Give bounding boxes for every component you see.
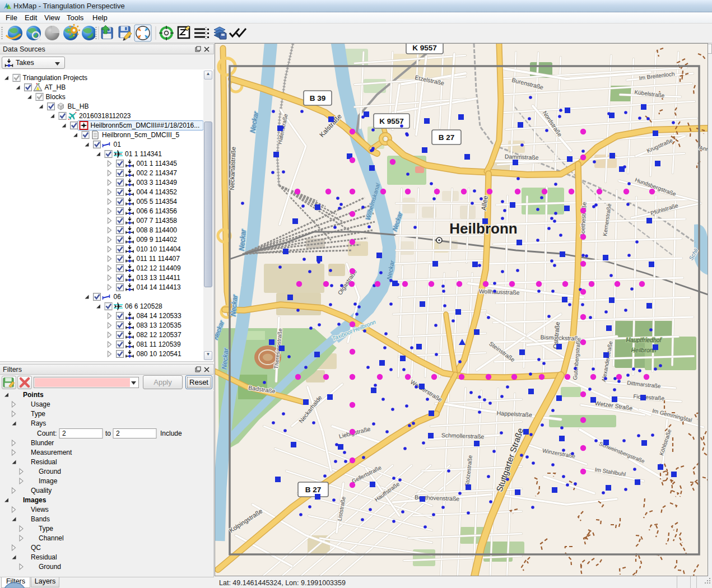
svg-text:082 12 120537: 082 12 120537 [137, 331, 182, 339]
svg-text:009 9 114402: 009 9 114402 [137, 236, 178, 244]
svg-text:Usage: Usage [31, 400, 50, 408]
svg-text:Ground: Ground [39, 563, 61, 571]
svg-text:Type: Type [31, 410, 45, 418]
svg-text:Wollhausstraße: Wollhausstraße [479, 288, 520, 296]
svg-text:005 5 114354: 005 5 114354 [137, 198, 178, 206]
svg-text:001 1 114345: 001 1 114345 [137, 160, 178, 167]
svg-text:Include: Include [160, 430, 182, 437]
svg-text:Measurement: Measurement [31, 449, 72, 456]
svg-text:Ground: Ground [39, 468, 61, 475]
svg-text:Heilbronn_5cm_DMCIII_5: Heilbronn_5cm_DMCIII_5 [102, 131, 179, 139]
svg-text:Images: Images [23, 496, 46, 504]
svg-text:K 9557: K 9557 [412, 44, 437, 52]
svg-text:AT_HB: AT_HB [45, 83, 66, 91]
svg-text:Hauptfriedhof: Hauptfriedhof [626, 337, 662, 343]
svg-text:Blunder: Blunder [31, 439, 54, 447]
svg-text:2: 2 [116, 430, 120, 437]
svg-text:Image: Image [39, 477, 58, 485]
svg-text:011 11 114407: 011 11 114407 [137, 255, 180, 263]
svg-text:06: 06 [114, 293, 122, 301]
svg-text:007 7 114358: 007 7 114358 [137, 217, 178, 225]
svg-text:B 27: B 27 [305, 486, 322, 494]
svg-text:B 39: B 39 [310, 94, 326, 102]
svg-text:014 14 114413: 014 14 114413 [137, 283, 182, 291]
svg-text:Heilbronn5cm_DMCIII##1/18/2016: Heilbronn5cm_DMCIII##1/18/2016... [91, 122, 200, 129]
svg-text:01: 01 [114, 141, 122, 148]
svg-text:010 10 114404: 010 10 114404 [137, 245, 182, 253]
svg-text:BL_HB: BL_HB [68, 102, 89, 110]
svg-text:Quality: Quality [31, 487, 52, 494]
svg-text:081 11 120539: 081 11 120539 [137, 340, 182, 348]
svg-text:Heilbronn: Heilbronn [631, 347, 657, 353]
svg-text:Dammstraße: Dammstraße [505, 153, 539, 161]
svg-text:012 12 114409: 012 12 114409 [137, 264, 182, 272]
svg-text:084 14 120533: 084 14 120533 [137, 312, 182, 320]
svg-text:002 2 114347: 002 2 114347 [137, 169, 178, 177]
svg-text:B 27: B 27 [439, 133, 455, 142]
svg-text:06 6 120528: 06 6 120528 [125, 302, 162, 310]
svg-text:Bands: Bands [31, 515, 50, 523]
svg-text:Views: Views [31, 506, 49, 514]
svg-text:008 8 114400: 008 8 114400 [137, 226, 178, 234]
svg-text:004 4 114352: 004 4 114352 [137, 188, 178, 196]
svg-text:Points: Points [23, 391, 44, 399]
svg-text:K 9557: K 9557 [379, 117, 404, 125]
svg-text:20160318112023: 20160318112023 [79, 112, 131, 120]
svg-text:Count:: Count: [37, 430, 57, 437]
svg-text:003 3 114349: 003 3 114349 [137, 179, 178, 186]
svg-text:QC: QC [31, 544, 41, 552]
svg-text:Rays: Rays [31, 419, 46, 427]
svg-text:080 10 120541: 080 10 120541 [137, 350, 182, 358]
svg-text:to: to [105, 430, 111, 437]
svg-text:Triangulation Projects: Triangulation Projects [23, 74, 88, 82]
svg-text:2: 2 [62, 430, 66, 437]
svg-text:Residual: Residual [31, 458, 57, 466]
svg-text:Blocks: Blocks [46, 93, 66, 101]
svg-text:Residual: Residual [31, 553, 57, 561]
svg-text:006 6 114356: 006 6 114356 [137, 207, 178, 215]
svg-text:Channel: Channel [39, 534, 64, 542]
svg-text:01 1 114341: 01 1 114341 [125, 150, 162, 158]
svg-text:013 13 114411: 013 13 114411 [137, 274, 181, 282]
svg-text:Type: Type [39, 525, 53, 533]
svg-text:083 13 120535: 083 13 120535 [137, 321, 182, 329]
